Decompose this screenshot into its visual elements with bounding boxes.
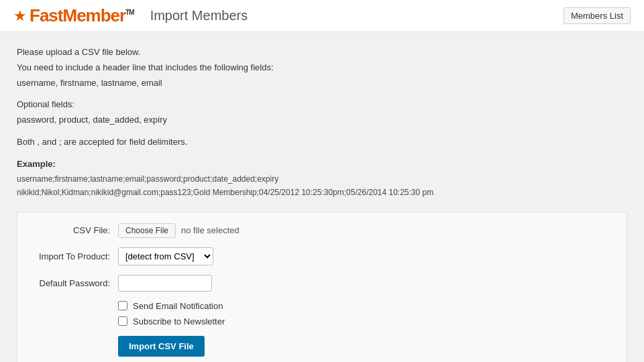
logo-text: FastMemberTM: [30, 5, 134, 26]
delimiters-text: Both , and ; are accepted for field deli…: [17, 135, 627, 149]
instruction-line3: username, firstname, lastname, email: [17, 76, 627, 90]
send-email-label[interactable]: Send Email Notification: [133, 301, 223, 311]
import-product-row: Import To Product: [detect from CSV]Gold…: [31, 247, 613, 265]
logo-fast: Fast: [30, 5, 62, 25]
logo-member: Member: [62, 5, 125, 25]
checkbox-group: Send Email Notification Subscribe to New…: [118, 301, 613, 326]
import-button-row: Import CSV File: [31, 336, 613, 357]
form-section: CSV File: Choose File no file selected I…: [17, 212, 627, 362]
import-csv-button[interactable]: Import CSV File: [118, 336, 205, 357]
subscribe-row: Subscribe to Newsletter: [118, 316, 613, 326]
default-password-row: Default Password:: [31, 275, 613, 292]
csv-file-label: CSV File:: [31, 225, 118, 235]
csv-file-row: CSV File: Choose File no file selected: [31, 223, 613, 238]
choose-file-button[interactable]: Choose File: [118, 223, 176, 238]
example-header: username;firstname;lastname;email;passwo…: [17, 173, 627, 185]
logo-icon: ★: [13, 7, 27, 25]
subscribe-checkbox[interactable]: [118, 316, 127, 326]
logo: ★ FastMemberTM: [13, 5, 134, 26]
import-product-label: Import To Product:: [31, 251, 118, 261]
optional-label: Optional fields:: [17, 98, 627, 112]
logo-tm: TM: [125, 9, 133, 16]
page-title: Import Members: [150, 8, 248, 23]
instruction-line1: Please upload a CSV file below.: [17, 46, 627, 60]
send-email-checkbox[interactable]: [118, 301, 127, 310]
instructions: Please upload a CSV file below. You need…: [17, 46, 627, 198]
header: ★ FastMemberTM Import Members Members Li…: [0, 0, 644, 32]
subscribe-label[interactable]: Subscribe to Newsletter: [133, 316, 225, 326]
main-content: Please upload a CSV file below. You need…: [0, 32, 644, 362]
send-email-row: Send Email Notification: [118, 301, 613, 311]
product-select[interactable]: [detect from CSV]Gold MembershipSilver M…: [118, 247, 213, 265]
no-file-text: no file selected: [181, 225, 239, 235]
example-data: nikikid;Nikol;Kidman;nikikid@gmail.com;p…: [17, 186, 627, 198]
optional-fields: password, product, date_added, expiry: [17, 113, 627, 127]
default-password-input[interactable]: [118, 275, 212, 292]
example-label: Example:: [17, 158, 627, 172]
members-list-button[interactable]: Members List: [564, 7, 631, 24]
instruction-line2: You need to include a header line that i…: [17, 61, 627, 75]
default-password-label: Default Password:: [31, 278, 118, 288]
